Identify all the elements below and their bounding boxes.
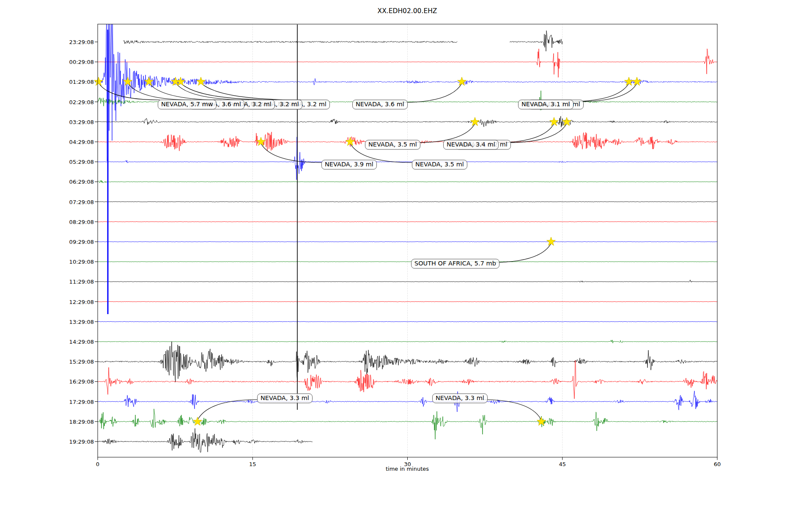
event-annotation: NEVADA, 3.3 ml xyxy=(257,393,313,403)
event-star-icon xyxy=(633,77,642,86)
event-annotation: NEVADA, 3.4 ml xyxy=(443,140,499,149)
seismogram-trace-10-29-08 xyxy=(98,262,717,262)
event-star-icon xyxy=(458,77,466,86)
y-tick-label: 18:29:08 xyxy=(56,418,94,425)
y-tick-label: 06:29:08 xyxy=(56,179,94,185)
event-star-icon xyxy=(94,77,103,86)
annotation-connector xyxy=(176,83,249,100)
event-annotation: NEVADA, 3.5 ml xyxy=(365,140,420,149)
event-star-icon xyxy=(197,77,206,86)
x-tick-label: 0 xyxy=(96,461,99,467)
y-tick-label: 01:29:08 xyxy=(56,79,94,85)
annotation-connector xyxy=(402,83,462,102)
event-star-icon xyxy=(537,417,546,425)
y-tick-label: 13:29:08 xyxy=(56,318,94,325)
x-tick-label: 60 xyxy=(714,461,721,467)
y-tick-label: 10:29:08 xyxy=(56,259,94,265)
seismogram-trace-13-29-08 xyxy=(98,321,717,322)
annotation-connector xyxy=(579,83,637,102)
seismogram-trace-09-29-08 xyxy=(98,242,717,242)
x-tick-label: 15 xyxy=(249,461,256,467)
seismogram-trace-16-29-08 xyxy=(98,360,717,399)
y-tick-label: 03:29:08 xyxy=(56,119,94,125)
y-tick-label: 14:29:08 xyxy=(56,339,94,345)
event-annotation: NEVADA, 3.1 ml xyxy=(518,99,573,109)
seismogram-trace-12-29-08 xyxy=(98,301,717,302)
event-annotation: SOUTH OF AFRICA, 5.7 mb xyxy=(411,259,499,268)
y-tick-label: 11:29:08 xyxy=(56,279,94,285)
event-star-icon xyxy=(471,117,480,126)
event-star-icon xyxy=(193,417,202,425)
seismogram-trace-19-29-08 xyxy=(98,428,313,453)
seismogram-trace-08-29-08 xyxy=(98,221,717,222)
y-tick-label: 04:29:08 xyxy=(56,139,94,145)
plot-canvas xyxy=(0,0,812,508)
annotation-connector xyxy=(261,144,321,163)
y-tick-label: 15:29:08 xyxy=(56,359,94,365)
event-star-icon xyxy=(625,77,634,86)
annotation-connector xyxy=(181,83,277,100)
annotation-connector xyxy=(568,83,629,102)
y-tick-label: 23:29:08 xyxy=(56,39,94,45)
event-annotation: NEVADA, 5.7 mw xyxy=(158,99,217,109)
seismogram-trace-03-29-08 xyxy=(98,116,717,127)
seismogram-trace-23-29-08 xyxy=(123,30,562,51)
y-tick-label: 08:29:08 xyxy=(56,218,94,225)
seismogram-trace-06-29-08 xyxy=(98,180,717,183)
y-tick-label: 07:29:08 xyxy=(56,199,94,205)
x-tick-label: 45 xyxy=(559,461,566,467)
seismogram-dayplot: XX.EDH02.00.EHZ 23:29:0800:29:0801:29:08… xyxy=(0,0,812,508)
y-tick-label: 12:29:08 xyxy=(56,298,94,305)
seismogram-trace-07-29-08 xyxy=(98,202,717,202)
y-tick-label: 00:29:08 xyxy=(56,59,94,65)
event-annotation: NEVADA, 3.5 ml xyxy=(412,160,467,169)
x-axis-title: time in minutes xyxy=(386,466,429,472)
chart-title: XX.EDH02.00.EHZ xyxy=(378,7,437,15)
event-star-icon xyxy=(346,137,355,146)
event-star-icon xyxy=(547,237,556,246)
y-tick-label: 17:29:08 xyxy=(56,398,94,405)
annotation-connector xyxy=(491,243,551,262)
y-tick-label: 05:29:08 xyxy=(56,159,94,165)
y-tick-label: 16:29:08 xyxy=(56,378,94,385)
event-annotation: NEVADA, 3.6 ml xyxy=(352,99,408,109)
annotation-connector xyxy=(201,83,301,100)
event-annotation: NEVADA, 3.3 ml xyxy=(432,393,488,403)
y-tick-label: 19:29:08 xyxy=(56,439,94,445)
y-tick-label: 09:29:08 xyxy=(56,239,94,245)
event-star-icon xyxy=(550,117,559,126)
annotation-connector xyxy=(506,124,567,143)
event-annotation: NEVADA, 3.9 ml xyxy=(321,160,377,169)
y-tick-label: 02:29:08 xyxy=(56,99,94,105)
